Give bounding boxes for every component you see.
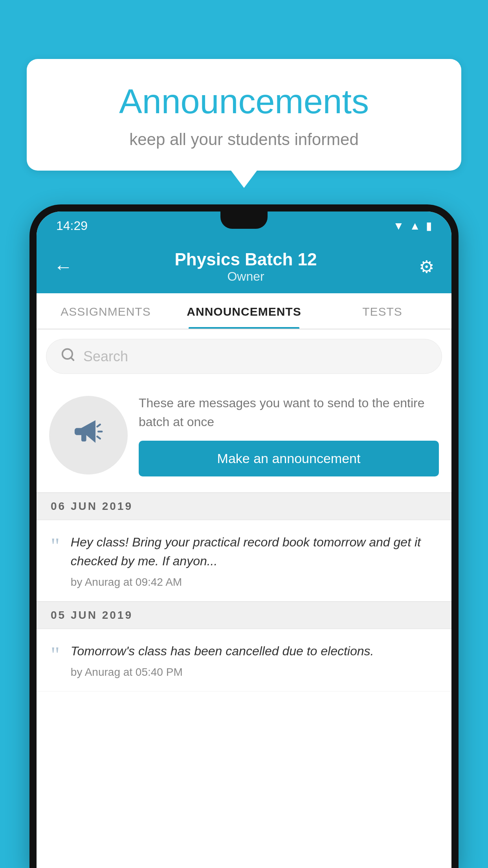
header-title-group: Physics Batch 12 Owner <box>175 250 317 284</box>
search-placeholder: Search <box>83 348 128 365</box>
tab-announcements[interactable]: ANNOUNCEMENTS <box>175 293 313 329</box>
status-icons: ▼ ▲ ▮ <box>393 219 432 232</box>
settings-icon[interactable]: ⚙ <box>419 257 434 277</box>
search-bar[interactable]: Search <box>46 339 442 374</box>
promo-icon-circle <box>49 396 128 474</box>
tabs-container: ASSIGNMENTS ANNOUNCEMENTS TESTS <box>37 293 451 329</box>
megaphone-icon <box>71 413 106 457</box>
announcement-text-2: Tomorrow's class has been cancelled due … <box>71 642 437 660</box>
battery-icon: ▮ <box>426 219 432 232</box>
announcement-meta-2: by Anurag at 05:40 PM <box>71 666 437 679</box>
content-area: Search These are messages you wan <box>37 329 451 868</box>
announcement-text-1: Hey class! Bring your practical record b… <box>71 533 437 570</box>
announcement-meta-1: by Anurag at 09:42 AM <box>71 576 437 588</box>
wifi-icon: ▼ <box>393 220 404 232</box>
phone-mockup: 14:29 ▼ ▲ ▮ ← Physics Batch 12 Owner ⚙ A… <box>29 204 459 868</box>
batch-title: Physics Batch 12 <box>175 250 317 269</box>
signal-icon: ▲ <box>409 220 420 232</box>
promo-card: These are messages you want to send to t… <box>37 382 451 493</box>
search-icon <box>61 347 75 366</box>
promo-description: These are messages you want to send to t… <box>139 394 439 431</box>
speech-bubble-section: Announcements keep all your students inf… <box>27 59 461 171</box>
quote-icon-1: " <box>51 535 60 557</box>
bubble-title: Announcements <box>54 83 434 121</box>
batch-subtitle: Owner <box>175 269 317 284</box>
promo-right: These are messages you want to send to t… <box>139 394 439 476</box>
quote-icon-2: " <box>51 644 60 666</box>
date-separator-2: 05 JUN 2019 <box>37 601 451 629</box>
app-header: ← Physics Batch 12 Owner ⚙ <box>37 239 451 293</box>
tab-tests[interactable]: TESTS <box>313 293 451 329</box>
phone-notch <box>220 211 268 229</box>
back-button[interactable]: ← <box>54 256 73 278</box>
announcement-item-2: " Tomorrow's class has been cancelled du… <box>37 629 451 691</box>
announcement-content-2: Tomorrow's class has been cancelled due … <box>71 642 437 679</box>
tab-assignments[interactable]: ASSIGNMENTS <box>37 293 175 329</box>
date-separator-1: 06 JUN 2019 <box>37 493 451 520</box>
status-time: 14:29 <box>56 219 88 233</box>
svg-line-4 <box>97 436 100 438</box>
bubble-subtitle: keep all your students informed <box>54 130 434 149</box>
svg-line-1 <box>71 357 73 360</box>
speech-bubble: Announcements keep all your students inf… <box>27 59 461 171</box>
svg-line-3 <box>97 425 100 427</box>
announcement-item-1: " Hey class! Bring your practical record… <box>37 520 451 601</box>
phone-inner: 14:29 ▼ ▲ ▮ ← Physics Batch 12 Owner ⚙ A… <box>37 211 451 868</box>
make-announcement-button[interactable]: Make an announcement <box>139 441 439 476</box>
announcement-content-1: Hey class! Bring your practical record b… <box>71 533 437 588</box>
